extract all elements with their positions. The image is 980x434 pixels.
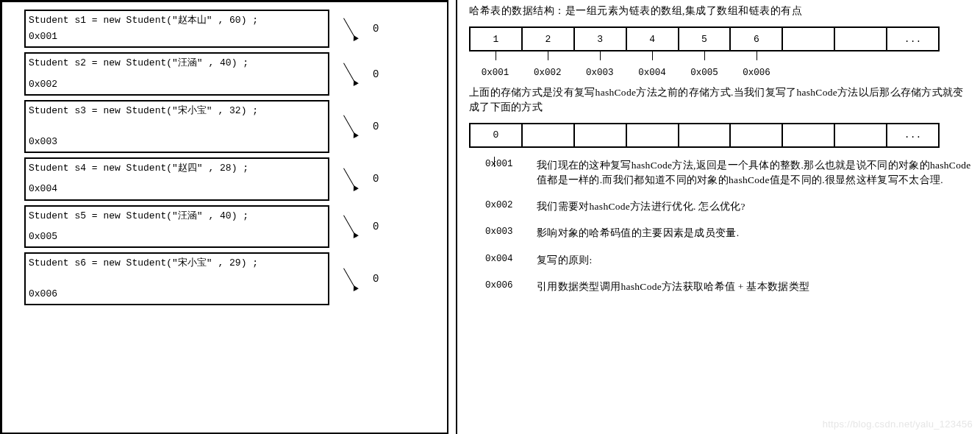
code-line: Student s2 = new Student("汪涵" , 40) ; xyxy=(29,57,322,70)
hash-cell xyxy=(575,124,627,146)
hash-table-2: 0 ... xyxy=(469,123,940,148)
hash-value: 0 xyxy=(373,68,379,80)
hash-value: 0 xyxy=(373,121,379,132)
tick-icon xyxy=(496,51,496,60)
code-block: Student s4 = new Student("赵四" , 28) ; 0x… xyxy=(24,157,329,200)
right-panel: 哈希表的数据结构：是一组元素为链表的数组,集成了数组和链表的有点 1 2 3 4… xyxy=(465,0,980,434)
chain-addr: 0x003 xyxy=(485,226,537,237)
tick-icon xyxy=(757,51,757,60)
chain-row: 0x001 我们现在的这种复写hashCode方法,返回是一个具体的整数.那么也… xyxy=(485,158,973,188)
watermark: https://blog.csdn.net/yalu_123456 xyxy=(823,419,973,430)
hash-cell: ... xyxy=(887,28,938,50)
hash-table-1: 1 2 3 4 5 6 ... xyxy=(469,26,940,51)
code-row-2: Student s2 = new Student("汪涵" , 40) ; 0x… xyxy=(24,52,440,95)
hash-cell: 0 xyxy=(471,124,523,146)
hash-value: 0 xyxy=(373,221,379,232)
code-block: Student s6 = new Student("宋小宝" , 29) ; 0… xyxy=(24,252,329,305)
tick-icon xyxy=(704,51,705,60)
addr-label: 0x004 xyxy=(626,68,678,78)
hash-cell: 3 xyxy=(575,28,627,50)
hash-cell xyxy=(835,124,887,146)
hash-cell: 5 xyxy=(679,28,732,50)
code-line: Student s3 = new Student("宋小宝" , 32) ; xyxy=(29,104,322,118)
hash-value: 0 xyxy=(373,273,379,285)
hash-cell xyxy=(783,28,835,50)
chain-row: 0x003 影响对象的哈希码值的主要因素是成员变量. xyxy=(485,226,973,241)
addr-line: 0x004 xyxy=(29,182,322,196)
addr-label: 0x005 xyxy=(678,68,730,78)
chain-addr: 0x006 xyxy=(485,280,537,291)
vertical-divider xyxy=(456,0,457,434)
mid-explanation: 上面的存储方式是没有复写hashCode方法之前的存储方式.当我们复写了hash… xyxy=(469,85,973,115)
tick-icon xyxy=(494,157,495,167)
arrow-icon xyxy=(329,164,370,193)
tick-icon xyxy=(600,51,601,60)
chain-addr: 0x001 xyxy=(485,158,537,169)
chain-row: 0x006 引用数据类型调用hashCode方法获取哈希值 + 基本数据类型 xyxy=(485,280,973,294)
arrow-icon xyxy=(329,264,370,294)
code-line: Student s4 = new Student("赵四" , 28) ; xyxy=(29,162,322,175)
arrow-icon xyxy=(329,212,370,241)
hash-cell xyxy=(731,124,783,146)
chain-addr: 0x004 xyxy=(485,253,537,264)
code-row-1: Student s1 = new Student("赵本山" , 60) ; 0… xyxy=(24,10,440,48)
chain-list: 0x001 我们现在的这种复写hashCode方法,返回是一个具体的整数.那么也… xyxy=(485,158,973,295)
hash-cell xyxy=(523,124,575,146)
hash-cell xyxy=(835,28,887,50)
diagram-container: Student s1 = new Student("赵本山" , 60) ; 0… xyxy=(0,0,980,434)
arrow-icon xyxy=(329,60,370,89)
chain-text: 引用数据类型调用hashCode方法获取哈希值 + 基本数据类型 xyxy=(537,280,973,294)
code-block: Student s3 = new Student("宋小宝" , 32) ; 0… xyxy=(24,100,329,153)
code-row-4: Student s4 = new Student("赵四" , 28) ; 0x… xyxy=(24,157,440,200)
hash-cell xyxy=(783,124,835,146)
chain-text: 我们需要对hashCode方法进行优化. 怎么优化? xyxy=(537,199,973,214)
code-block: Student s1 = new Student("赵本山" , 60) ; 0… xyxy=(24,10,329,48)
addr-label: 0x003 xyxy=(573,68,626,78)
addr-line: 0x006 xyxy=(29,288,322,301)
code-row-3: Student s3 = new Student("宋小宝" , 32) ; 0… xyxy=(24,100,440,153)
code-block: Student s2 = new Student("汪涵" , 40) ; 0x… xyxy=(24,52,329,95)
tick-row-1 xyxy=(469,51,940,65)
addr-line: 0x005 xyxy=(29,230,322,243)
chain-text: 影响对象的哈希码值的主要因素是成员变量. xyxy=(537,226,973,241)
left-panel: Student s1 = new Student("赵本山" , 60) ; 0… xyxy=(0,0,448,434)
arrow-icon xyxy=(329,14,370,43)
addr-label: 0x001 xyxy=(469,68,521,78)
chain-addr: 0x002 xyxy=(485,199,537,210)
addr-line: 0x002 xyxy=(29,78,322,91)
hash-value: 0 xyxy=(373,173,379,185)
code-line: Student s1 = new Student("赵本山" , 60) ; xyxy=(29,14,322,27)
addr-line: 0x001 xyxy=(29,30,322,43)
code-row-6: Student s6 = new Student("宋小宝" , 29) ; 0… xyxy=(24,252,440,305)
chain-text: 我们现在的这种复写hashCode方法,返回是一个具体的整数.那么也就是说不同的… xyxy=(537,158,973,188)
chain-text: 复写的原则: xyxy=(537,253,973,268)
hash-cell: 2 xyxy=(523,28,575,50)
code-block: Student s5 = new Student("汪涵" , 40) ; 0x… xyxy=(24,205,329,248)
hash-cell: 6 xyxy=(731,28,783,50)
addr-label: 0x002 xyxy=(521,68,573,78)
hash-cell: 1 xyxy=(471,28,523,50)
hash-table-title: 哈希表的数据结构：是一组元素为链表的数组,集成了数组和链表的有点 xyxy=(469,4,973,18)
addr-row-1: 0x001 0x002 0x003 0x004 0x005 0x006 xyxy=(469,68,940,78)
hash-cell: 4 xyxy=(627,28,679,50)
addr-label: 0x006 xyxy=(731,68,783,78)
arrow-icon xyxy=(329,112,370,141)
code-line: Student s5 = new Student("汪涵" , 40) ; xyxy=(29,210,322,223)
tick-icon xyxy=(652,51,653,60)
hash-cell xyxy=(627,124,679,146)
hash-cell: ... xyxy=(887,124,938,146)
hash-value: 0 xyxy=(373,23,379,35)
chain-row: 0x004 复写的原则: xyxy=(485,253,973,268)
code-row-5: Student s5 = new Student("汪涵" , 40) ; 0x… xyxy=(24,205,440,248)
addr-line: 0x003 xyxy=(29,135,322,149)
tick-icon xyxy=(548,51,548,60)
chain-row: 0x002 我们需要对hashCode方法进行优化. 怎么优化? xyxy=(485,199,973,214)
hash-cell xyxy=(679,124,732,146)
code-line: Student s6 = new Student("宋小宝" , 29) ; xyxy=(29,257,322,270)
